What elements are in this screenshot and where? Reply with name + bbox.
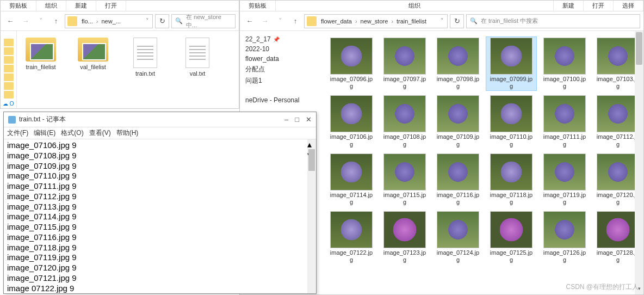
scrollbar-thumb[interactable] [636, 32, 642, 65]
ribbon-tab-organize[interactable]: 组织 [276, 1, 554, 11]
vertical-scrollbar[interactable]: ▴ ▾ [635, 31, 643, 294]
thumbnail-label: image_07108.jpg [383, 133, 426, 148]
folder-icon [307, 16, 317, 26]
folder-item-val-filelist[interactable]: val_filelist [73, 38, 113, 70]
breadcrumb-item[interactable]: flo... [79, 18, 95, 24]
thumbnail-item[interactable]: image_07111.jpg [539, 94, 590, 149]
thumbnail-item[interactable]: image_07124.jpg [432, 210, 484, 265]
scrollbar-thumb[interactable] [308, 149, 315, 171]
thumbnail-label: image_07120.jpg [597, 192, 639, 206]
menu-file[interactable]: 文件(F) [7, 128, 28, 138]
quick-item-onedrive[interactable]: neDrive - Personal [240, 95, 320, 105]
chevron-down-icon[interactable]: ˅ [143, 17, 152, 24]
search-input-left[interactable]: 🔍 在 new_store 中... [171, 14, 236, 28]
recent-dropdown[interactable]: ˅ [274, 15, 287, 28]
thumbnail-item[interactable]: image_07098.jpg [432, 36, 484, 91]
forward-button[interactable]: → [19, 15, 32, 28]
thumbnail-item[interactable]: image_07097.jpg [379, 36, 430, 91]
folder-icon[interactable] [4, 39, 14, 46]
ribbon-tab-open[interactable]: 打开 [96, 1, 126, 11]
content-area-left: ☁ O train_filelist val_filelist train.tx… [1, 31, 239, 108]
menu-format[interactable]: 格式(O) [61, 128, 83, 138]
thumbnail-item[interactable]: image_07115.jpg [379, 152, 430, 207]
thumbnail-item[interactable]: image_07122.jpg [326, 210, 377, 265]
quick-item[interactable]: 22_2_17📌 [240, 34, 320, 44]
folder-icon[interactable] [4, 65, 14, 72]
image-thumbnail [543, 153, 586, 190]
breadcrumb-item[interactable]: new_... [99, 18, 122, 24]
thumbnail-item[interactable]: image_07109.jpg [432, 94, 484, 149]
scroll-up-icon[interactable]: ▴ [307, 139, 316, 150]
thumbnail-item[interactable]: image_07096.jpg [326, 36, 377, 91]
thumbnail-label: image_07097.jpg [383, 76, 426, 90]
thumbnail-item[interactable]: image_07110.jpg [486, 94, 537, 149]
back-button[interactable]: ← [243, 15, 256, 28]
thumbnail-item[interactable]: image_07125.jpg [486, 210, 537, 265]
minimize-button[interactable]: – [284, 115, 288, 124]
image-thumbnail [597, 95, 639, 132]
search-icon: 🔍 [175, 17, 183, 24]
ribbon-tab-clipboard[interactable]: 剪贴板 [1, 1, 36, 11]
thumbnail-label: image_07118.jpg [490, 192, 532, 206]
refresh-button[interactable]: ↻ [155, 14, 169, 28]
quick-item[interactable]: 分配点 [240, 64, 320, 75]
forward-button[interactable]: → [258, 15, 271, 28]
thumbnail-item[interactable]: image_07126.jpg [539, 210, 590, 265]
up-button[interactable]: ↑ [49, 15, 63, 28]
quick-item[interactable]: flower_data [240, 54, 320, 64]
ribbon-tab-clipboard[interactable]: 剪贴板 [240, 1, 276, 11]
recent-dropdown[interactable]: ˅ [34, 15, 47, 28]
notepad-titlebar[interactable]: train.txt - 记事本 – □ ✕ [4, 112, 316, 127]
image-thumbnail [490, 95, 532, 132]
thumbnail-item[interactable]: image_07108.jpg [379, 94, 430, 149]
refresh-button[interactable]: ↻ [450, 14, 464, 28]
image-thumbnail [383, 38, 426, 75]
ribbon-tab-open[interactable]: 打开 [584, 1, 614, 11]
thumbnail-item[interactable]: image_07118.jpg [486, 152, 537, 207]
breadcrumb-right[interactable]: flower_data › new_store › train_filelist… [304, 14, 448, 28]
folder-item-train-filelist[interactable]: train_filelist [21, 38, 60, 70]
image-thumbnail [543, 38, 586, 75]
thumbnail-label: image_07123.jpg [383, 249, 426, 263]
search-input-right[interactable]: 🔍 在 train_filelist 中搜索 [466, 14, 640, 28]
folder-icon[interactable] [4, 91, 14, 99]
ribbon-tab-new[interactable]: 新建 [66, 1, 96, 11]
folder-icon [26, 38, 56, 62]
file-item-val-txt[interactable]: val.txt [178, 38, 217, 77]
quick-item[interactable]: 问题1 [240, 75, 320, 87]
thumbnail-item[interactable]: image_07116.jpg [432, 152, 484, 207]
thumbnail-item[interactable]: image_07100.jpg [539, 36, 590, 91]
thumbnail-item[interactable]: image_07099.jpg [486, 36, 537, 91]
ribbon-tab-organize[interactable]: 组织 [36, 1, 66, 11]
breadcrumb-item[interactable]: new_store [358, 18, 391, 24]
breadcrumb-left[interactable]: flo... › new_... ˅ [65, 14, 153, 28]
thumbnail-item[interactable]: image_07123.jpg [379, 210, 430, 265]
image-thumbnail [383, 153, 426, 190]
maximize-button[interactable]: □ [295, 115, 299, 124]
ribbon-tab-new[interactable]: 新建 [554, 1, 584, 11]
menu-edit[interactable]: 编辑(E) [34, 128, 55, 138]
notepad-scrollbar[interactable]: ▴ ▾ [307, 139, 316, 293]
folder-icon[interactable] [4, 47, 14, 55]
folder-icon[interactable] [4, 56, 14, 64]
thumbnail-label: image_07128.jpg [597, 249, 639, 263]
sidebar-left[interactable]: ☁ O [1, 31, 17, 108]
folder-icon[interactable] [4, 82, 14, 90]
menu-help[interactable]: 帮助(H) [116, 128, 139, 138]
back-button[interactable]: ← [4, 15, 17, 28]
thumbnail-item[interactable]: image_07106.jpg [326, 94, 377, 149]
breadcrumb-item[interactable]: train_filelist [394, 18, 429, 24]
onedrive-icon[interactable]: ☁ O [3, 101, 14, 107]
quick-item[interactable]: 2022-10 [240, 44, 320, 54]
up-button[interactable]: ↑ [289, 15, 302, 28]
close-button[interactable]: ✕ [306, 115, 312, 124]
chevron-down-icon[interactable]: ˅ [437, 17, 447, 24]
menu-view[interactable]: 查看(V) [89, 128, 111, 138]
file-item-train-txt[interactable]: train.txt [126, 38, 165, 77]
ribbon-tab-select[interactable]: 选择 [614, 1, 643, 11]
notepad-textarea[interactable]: image_07106.jpg 9image_07108.jpg 9image_… [4, 139, 316, 293]
thumbnail-item[interactable]: image_07119.jpg [539, 152, 590, 207]
breadcrumb-item[interactable]: flower_data [319, 18, 354, 24]
thumbnail-item[interactable]: image_07114.jpg [326, 152, 377, 207]
folder-icon[interactable] [4, 73, 14, 81]
